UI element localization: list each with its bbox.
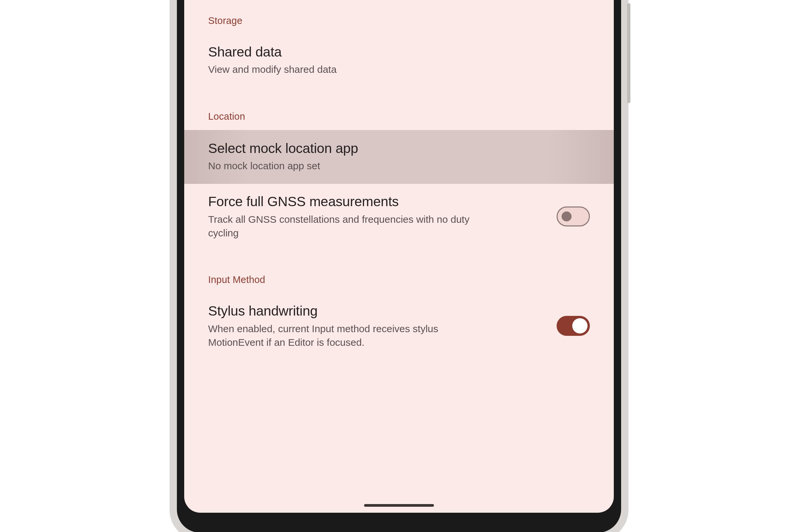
screen: Storage Shared data View and modify shar… [184, 0, 614, 513]
toggle-thumb-icon [572, 318, 588, 334]
item-stylus-handwriting[interactable]: Stylus handwriting When enabled, current… [184, 293, 614, 360]
settings-list[interactable]: Storage Shared data View and modify shar… [184, 0, 614, 360]
section-header-storage: Storage [184, 3, 614, 34]
item-mock-location[interactable]: Select mock location app No mock locatio… [184, 130, 614, 184]
item-title: Stylus handwriting [208, 303, 547, 320]
item-title: Shared data [208, 43, 590, 60]
item-gnss-measurements[interactable]: Force full GNSS measurements Track all G… [184, 184, 614, 250]
item-title: Force full GNSS measurements [208, 193, 547, 210]
side-button-icon [627, 3, 630, 103]
item-subtitle: No mock location app set [208, 159, 481, 173]
item-subtitle: When enabled, current Input method recei… [208, 322, 481, 349]
section-header-location: Location [184, 99, 614, 130]
item-title: Select mock location app [208, 140, 590, 157]
toggle-thumb-icon [562, 211, 572, 222]
phone-frame: Storage Shared data View and modify shar… [170, 0, 628, 532]
item-subtitle: View and modify shared data [208, 62, 481, 76]
item-subtitle: Track all GNSS constellations and freque… [208, 212, 481, 240]
phone-outer-case: Storage Shared data View and modify shar… [170, 0, 628, 532]
section-header-input-method: Input Method [184, 262, 614, 293]
phone-bezel: Storage Shared data View and modify shar… [177, 0, 621, 532]
toggle-gnss[interactable] [557, 207, 590, 226]
item-shared-data[interactable]: Shared data View and modify shared data [184, 34, 614, 87]
toggle-stylus[interactable] [557, 316, 590, 336]
nav-bar-handle-icon[interactable] [364, 504, 434, 507]
